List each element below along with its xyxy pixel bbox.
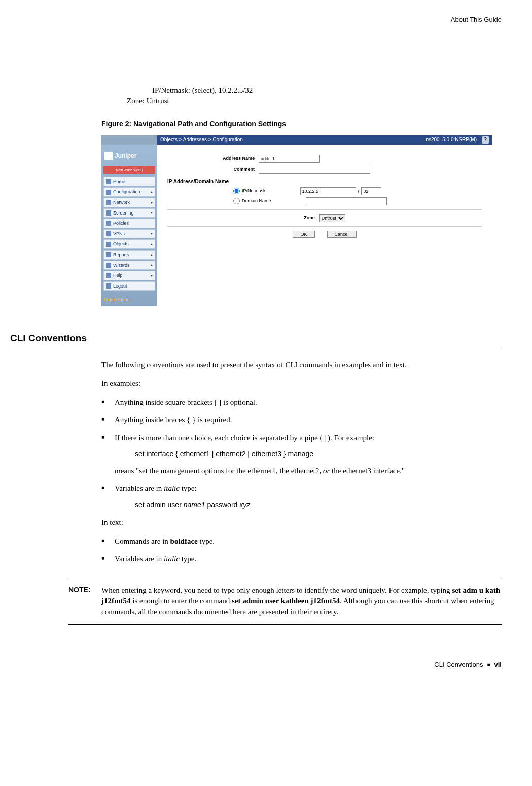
chevron-right-icon: ▸ <box>151 252 153 258</box>
address-name-input[interactable] <box>259 155 320 163</box>
sidebar-item[interactable]: Help▸ <box>103 271 155 280</box>
body-paragraph: In examples: <box>101 378 471 389</box>
body-paragraph: In text: <box>101 517 471 528</box>
command-example: set interface { ethernet1 | ethernet2 | … <box>135 449 471 459</box>
mask-input[interactable] <box>361 187 381 195</box>
sidebar-item[interactable]: VPNs▸ <box>103 229 155 239</box>
chevron-right-icon: ▸ <box>151 273 153 278</box>
chevron-right-icon: ▸ <box>151 262 153 268</box>
body-paragraph: The following conventions are used to pr… <box>101 360 471 370</box>
cancel-button[interactable]: Cancel <box>327 231 357 238</box>
menu-icon <box>106 283 111 289</box>
comment-label: Comment <box>167 166 259 173</box>
sidebar-item[interactable]: Wizards▸ <box>103 261 155 270</box>
domain-name-label: Domain Name <box>242 198 275 204</box>
running-header: About This Guide <box>10 15 502 24</box>
menu-icon <box>106 190 111 195</box>
domain-name-input[interactable] <box>306 197 387 205</box>
menu-icon <box>106 210 111 216</box>
ip-netmask-radio[interactable] <box>233 188 240 194</box>
command-example: set admin user name1 password xyz <box>135 500 471 510</box>
comment-input[interactable] <box>259 166 370 174</box>
list-item: If there is more than one choice, each c… <box>101 433 471 476</box>
sidebar-item[interactable]: Policies <box>103 219 155 228</box>
menu-icon <box>106 179 111 184</box>
help-icon[interactable]: ? <box>482 136 489 144</box>
menu-icon <box>106 200 111 205</box>
sidebar-item[interactable]: Objects▸ <box>103 239 155 249</box>
note-block: NOTE: When entering a keyword, you need … <box>68 578 502 625</box>
menu-icon <box>106 221 111 226</box>
chevron-right-icon: ▸ <box>151 189 153 195</box>
list-item: Anything inside braces { } is required. <box>101 415 471 425</box>
domain-name-radio[interactable] <box>233 198 240 204</box>
breadcrumb: Objects > Addresses > Configuration <box>160 136 243 144</box>
zone-label: Zone <box>304 215 319 221</box>
menu-icon <box>106 273 111 278</box>
ip-input[interactable] <box>300 187 356 195</box>
note-text: When entering a keyword, you need to typ… <box>101 585 502 617</box>
list-item: Anything inside square brackets [ ] is o… <box>101 397 471 408</box>
chevron-right-icon: ▸ <box>151 231 153 236</box>
ip-section-label: IP Address/Domain Name <box>167 178 482 185</box>
ok-button[interactable]: OK <box>293 231 314 238</box>
logo: Juniper <box>103 150 155 165</box>
section-rule <box>10 347 502 347</box>
section-heading: CLI Conventions <box>10 332 502 345</box>
address-name-label: Address Name <box>167 155 259 162</box>
chevron-right-icon: ▸ <box>151 200 153 205</box>
list-item: Commands are in boldface type. <box>101 536 471 547</box>
device-id: ns200_5.0.0:NSRP(M) <box>425 136 477 144</box>
menu-icon <box>106 263 111 268</box>
list-item: Variables are in italic type. <box>101 554 471 564</box>
page-footer: CLI Conventions■vii <box>10 660 502 669</box>
toggle-menu-link[interactable]: Toggle Menu <box>103 292 155 303</box>
sidebar-item[interactable]: Logout <box>103 281 155 291</box>
zone-line: Zone: Untrust <box>127 96 471 106</box>
zone-select[interactable]: Untrust <box>319 214 345 222</box>
sidebar-item[interactable]: Network▸ <box>103 198 155 207</box>
sidebar-item[interactable]: Configuration▸ <box>103 187 155 197</box>
figure-caption: Figure 2: Navigational Path and Configur… <box>101 119 471 129</box>
ip-netmask-line: IP/Netmask: (select), 10.2.2.5/32 <box>152 85 471 96</box>
form-panel: Address Name Comment IP Address/Domain N… <box>157 145 492 306</box>
chevron-right-icon: ▸ <box>151 210 153 216</box>
note-label: NOTE: <box>68 585 101 617</box>
sidebar-item[interactable]: Screening▸ <box>103 208 155 218</box>
list-item: Variables are in italic type: set admin … <box>101 483 471 510</box>
menu-icon <box>106 231 111 236</box>
breadcrumb-bar: Objects > Addresses > Configuration ns20… <box>157 135 492 145</box>
logo-icon <box>104 152 113 160</box>
sidebar: Juniper NetScreen-200 Home Configuration… <box>101 145 157 306</box>
menu-icon <box>106 242 111 247</box>
menu-icon <box>106 252 111 257</box>
figure-screenshot: Objects > Addresses > Configuration ns20… <box>101 135 492 306</box>
ip-netmask-label: IP/Netmask <box>242 188 270 194</box>
sidebar-item[interactable]: Reports▸ <box>103 250 155 260</box>
product-badge: NetScreen-200 <box>103 166 155 174</box>
sidebar-item[interactable]: Home <box>103 177 155 187</box>
chevron-right-icon: ▸ <box>151 241 153 247</box>
logo-text: Juniper <box>115 152 136 160</box>
